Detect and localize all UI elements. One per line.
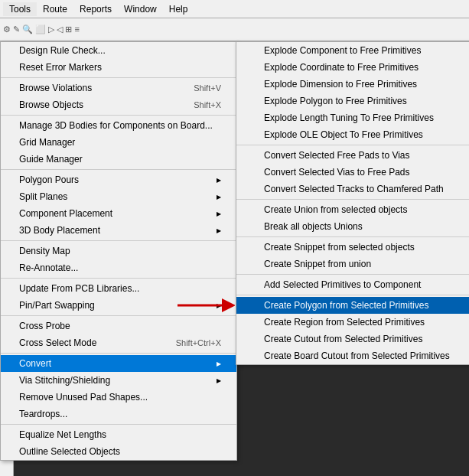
menu-teardrops[interactable]: Teardrops...: [1, 406, 236, 422]
tools-dropdown-menu: Design Rule Check... Reset Error Markers…: [0, 41, 237, 461]
menu-guide-manager[interactable]: Guide Manager: [1, 151, 236, 168]
separator-3: [1, 169, 236, 170]
red-arrow-right-icon: [174, 297, 235, 314]
separator-8: [1, 424, 236, 425]
separator-4: [1, 240, 236, 241]
menu-tools[interactable]: Tools: [3, 2, 37, 16]
menu-grid-manager[interactable]: Grid Manager: [1, 134, 236, 151]
convert-submenu: Explode Component to Free Primitives Exp…: [236, 41, 469, 365]
separator-6: [1, 315, 236, 316]
menu-polygon-pours[interactable]: Polygon Pours: [1, 171, 236, 188]
submenu-explode-length-tuning[interactable]: Explode Length Tuning To Free Primitives: [236, 109, 469, 126]
submenu-add-primitives-component[interactable]: Add Selected Primitives to Component: [236, 276, 469, 293]
submenu-create-union[interactable]: Create Union from selected objects: [236, 201, 469, 218]
menu-equalize-net[interactable]: Equalize Net Lengths: [1, 426, 236, 443]
menu-route[interactable]: Route: [37, 2, 73, 16]
menu-component-placement[interactable]: Component Placement: [1, 205, 236, 222]
separator-7: [1, 353, 236, 354]
sub-sep-4: [236, 274, 469, 275]
submenu-explode-polygon[interactable]: Explode Polygon to Free Primitives: [236, 93, 469, 109]
main-content: ▶ ◀ + × Pcbbar.com Design Rule Check... …: [0, 41, 469, 476]
menu-cross-select[interactable]: Cross Select Mode Shift+Ctrl+X: [1, 334, 236, 351]
menubar: Tools Route Reports Window Help: [0, 0, 469, 18]
submenu-create-cutout[interactable]: Create Cutout from Selected Primitives: [236, 331, 469, 347]
menu-browse-objects[interactable]: Browse Objects Shift+X: [1, 96, 236, 113]
submenu-create-polygon[interactable]: Create Polygon from Selected Primitives: [236, 297, 469, 314]
submenu-explode-component[interactable]: Explode Component to Free Primitives: [236, 42, 469, 59]
submenu-create-snippet-union[interactable]: Create Snippet from union: [236, 256, 469, 272]
sub-sep-3: [236, 236, 469, 237]
menu-via-stitching[interactable]: Via Stitching/Shielding: [1, 372, 236, 389]
menu-density-map[interactable]: Density Map: [1, 243, 236, 259]
submenu-convert-free-pads-vias[interactable]: Convert Selected Free Pads to Vias: [236, 147, 469, 164]
submenu-create-board-cutout[interactable]: Create Board Cutout from Selected Primit…: [236, 347, 469, 364]
menu-help[interactable]: Help: [163, 2, 194, 16]
menu-window[interactable]: Window: [118, 2, 163, 16]
menu-split-planes[interactable]: Split Planes: [1, 188, 236, 205]
menu-manage-3d[interactable]: Manage 3D Bodies for Components on Board…: [1, 117, 236, 134]
submenu-create-snippet-selected[interactable]: Create Snippet from selected objects: [236, 239, 469, 256]
submenu-create-region[interactable]: Create Region from Selected Primitives: [236, 314, 469, 331]
separator-5: [1, 278, 236, 279]
menu-reset-error-markers[interactable]: Reset Error Markers: [1, 59, 236, 76]
menu-reannotate[interactable]: Re-Annotate...: [1, 259, 236, 276]
sub-sep-2: [236, 199, 469, 200]
menu-outline-selected[interactable]: Outline Selected Objects: [1, 443, 236, 460]
submenu-explode-dimension[interactable]: Explode Dimension to Free Primitives: [236, 76, 469, 93]
toolbar: ⚙ ✎ 🔍 ⬜ ▷ ◁ ⊞ ≡: [0, 18, 469, 41]
menu-3d-body-placement[interactable]: 3D Body Placement: [1, 222, 236, 239]
menu-design-rule-check[interactable]: Design Rule Check...: [1, 42, 236, 59]
submenu-convert-vias-free-pads[interactable]: Convert Selected Vias to Free Pads: [236, 164, 469, 181]
menu-reports[interactable]: Reports: [73, 2, 118, 16]
separator-1: [1, 77, 236, 78]
sub-sep-1: [236, 145, 469, 145]
menu-convert[interactable]: Convert: [1, 355, 236, 372]
submenu-convert-tracks-chamfered[interactable]: Convert Selected Tracks to Chamfered Pat…: [236, 181, 469, 197]
separator-2: [1, 115, 236, 116]
sub-sep-5: [236, 295, 469, 295]
submenu-explode-coordinate[interactable]: Explode Coordinate to Free Primitives: [236, 59, 469, 76]
submenu-explode-ole[interactable]: Explode OLE Object To Free Primitives: [236, 126, 469, 143]
menu-cross-probe[interactable]: Cross Probe: [1, 318, 236, 334]
menu-update-pcb[interactable]: Update From PCB Libraries...: [1, 280, 236, 297]
menu-remove-pad-shapes[interactable]: Remove Unused Pad Shapes...: [1, 389, 236, 406]
menu-browse-violations[interactable]: Browse Violations Shift+V: [1, 80, 236, 96]
submenu-break-unions[interactable]: Break all objects Unions: [236, 218, 469, 235]
